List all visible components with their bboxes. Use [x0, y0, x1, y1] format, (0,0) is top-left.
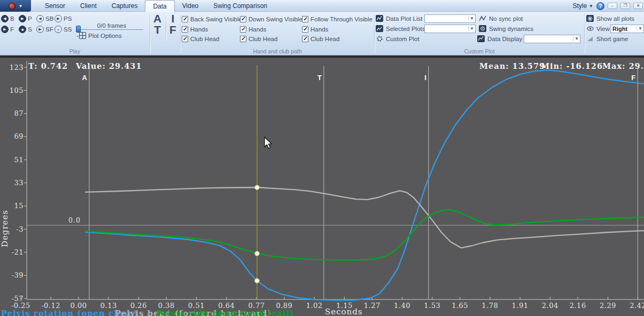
frames-counter: 0/0 frames [80, 22, 143, 29]
menu-tab-video[interactable]: Video [175, 0, 206, 12]
checkbox-hands[interactable] [240, 26, 246, 33]
play-glyph-icon: ▶ [1, 26, 9, 33]
restore-button[interactable]: ❐ [620, 3, 630, 9]
menu-tab-client[interactable]: Client [73, 0, 104, 12]
y-tick-label: -39 [12, 271, 24, 279]
checkbox-row-hands: Hands [240, 25, 302, 35]
plot-options-button[interactable]: Plot Options [79, 32, 122, 39]
checkbox-club-head[interactable] [182, 36, 188, 42]
checkbox-back-swing-visible[interactable] [182, 16, 188, 22]
checkbox-row-club-head: Club Head [240, 34, 302, 44]
data-display-dropdown[interactable]: ▼ [524, 35, 580, 43]
checkbox-follow-through-visible[interactable] [302, 16, 308, 22]
checkbox-club-head[interactable] [240, 36, 246, 42]
series-line-pelvis-rotation-open-close [86, 70, 644, 300]
play-button-label: SB [45, 15, 53, 22]
swing-dynamics-label[interactable]: Swing dynamics [489, 26, 533, 32]
ribbon: ◀B▶F▶P■S◀SB▶SF▶PS▪SS 0/0 frames Plot Opt… [0, 12, 644, 56]
y-tick-label: 87 [14, 109, 24, 117]
selected-plots-dropdown[interactable]: ▼ [424, 25, 476, 33]
play-button-p[interactable]: ▶P [19, 14, 32, 23]
x-tick-label: 1.53 [424, 302, 440, 310]
data-plot-list-dropdown[interactable]: ▼ [424, 14, 476, 23]
x-axis-title: Seconds [325, 307, 363, 316]
style-menu-button[interactable]: Style ▼ [572, 2, 593, 10]
checkbox-club-head[interactable] [302, 36, 308, 42]
play-glyph-icon: ▶ [36, 26, 44, 33]
play-button-f[interactable]: ▶F [1, 25, 14, 34]
y-tick-label: -3 [16, 225, 24, 233]
custom-plot-button-label[interactable]: Custom Plot [386, 36, 420, 42]
title-bar-right: Style ▼ ? – ❐ ✕ [572, 0, 643, 12]
checkbox-row-hands: Hands [182, 25, 242, 35]
play-button-sf[interactable]: ▶SF [36, 25, 53, 34]
x-tick-label: 2.16 [570, 302, 586, 310]
show-all-plots-label[interactable]: Show all plots [596, 15, 634, 22]
menu-tab-sensor[interactable]: Sensor [37, 0, 73, 12]
ribbon-letter-t[interactable]: T [154, 24, 161, 35]
no-sync-plot-label[interactable]: No sync plot [489, 15, 523, 22]
minimize-button[interactable]: – [608, 3, 617, 9]
play-button-label: S [28, 26, 32, 33]
cursor-marker [255, 279, 260, 283]
x-tick-label: 1.02 [306, 302, 323, 310]
custom-plot-group: Data Plot List ▼ Selected Plots ▼ Custom… [375, 12, 584, 56]
event-label-t: T [317, 74, 322, 82]
checkbox-label: Follow Through Visible [311, 16, 373, 22]
mouse-cursor [263, 137, 275, 151]
zero-line-label: 0.0 [68, 216, 81, 224]
checkbox-hands[interactable] [182, 26, 188, 33]
play-glyph-icon: ▪ [55, 26, 62, 33]
view-label: View [596, 26, 610, 32]
ribbon-letter-i[interactable]: I [171, 13, 174, 24]
menu-tab-data[interactable]: Data [145, 0, 174, 12]
checkbox-row-down-swing-visible: Down Swing Visible [240, 14, 302, 25]
play-glyph-icon: ◀ [36, 15, 44, 22]
event-letters-if[interactable]: IF [169, 13, 176, 35]
menu-tab-captures[interactable]: Captures [104, 0, 145, 12]
checkbox-label: Hands [249, 26, 266, 33]
play-button-ss[interactable]: ▪SS [55, 25, 72, 34]
play-button-b[interactable]: ◀B [1, 14, 14, 23]
eye-icon [586, 25, 594, 32]
y-tick-label: 15 [14, 202, 24, 210]
play-button-label: SS [64, 26, 72, 33]
checkbox-label: Club Head [249, 36, 277, 42]
cursor-value-readout: Value: 29.431 [75, 61, 142, 70]
gear-icon [376, 35, 383, 42]
ribbon-letter-f[interactable]: F [169, 24, 176, 35]
y-tick-label: 51 [14, 156, 24, 164]
play-button-ps[interactable]: ▶PS [55, 14, 72, 23]
legend-pelvis-side-bend-lead-trail: Pelvis side bend (lead trail) [156, 309, 294, 316]
play-group: ◀B▶F▶P■S◀SB▶SF▶PS▪SS 0/0 frames Plot Opt… [0, 12, 150, 56]
data-plot-panel[interactable]: 1231058769513315-3-21-39-57-0.25-0.120.0… [0, 56, 644, 316]
event-letters-at[interactable]: AT [153, 13, 161, 35]
menu-tab-swing-comparison[interactable]: Swing Comparison [206, 0, 275, 12]
checkbox-down-swing-visible[interactable] [240, 16, 246, 22]
play-group-label: Play [0, 48, 150, 54]
group-separator [584, 14, 585, 53]
app-menu-button[interactable]: ▼ [0, 0, 31, 12]
view-dropdown[interactable]: Right ▼ [610, 25, 644, 33]
checkbox-label: Back Swing Visible [190, 16, 242, 22]
view-group: Show all plots View Right ▼ Short game [585, 12, 644, 56]
play-glyph-icon: ◀ [1, 15, 9, 22]
checkbox-hands[interactable] [302, 26, 308, 33]
x-tick-label: 1.65 [452, 302, 468, 310]
cursor-time-readout: T: 0.742 [28, 61, 68, 70]
grid-icon [79, 32, 86, 39]
play-button-sb[interactable]: ◀SB [36, 14, 53, 23]
short-game-label[interactable]: Short game [596, 36, 628, 42]
cursor-marker [255, 251, 260, 256]
data-display-icon [477, 35, 485, 42]
style-label: Style [572, 2, 587, 10]
close-button[interactable]: ✕ [633, 3, 643, 9]
x-tick-label: 1.78 [482, 302, 498, 310]
plot-canvas[interactable]: 1231058769513315-3-21-39-57-0.25-0.120.0… [0, 58, 644, 316]
play-button-s[interactable]: ■S [19, 25, 32, 34]
chevron-down-icon: ▼ [19, 4, 23, 9]
x-tick-label: 1.91 [512, 302, 529, 310]
ribbon-letter-a[interactable]: A [153, 13, 161, 24]
help-icon[interactable]: ? [596, 2, 604, 10]
frame-slider-track[interactable] [80, 29, 143, 30]
